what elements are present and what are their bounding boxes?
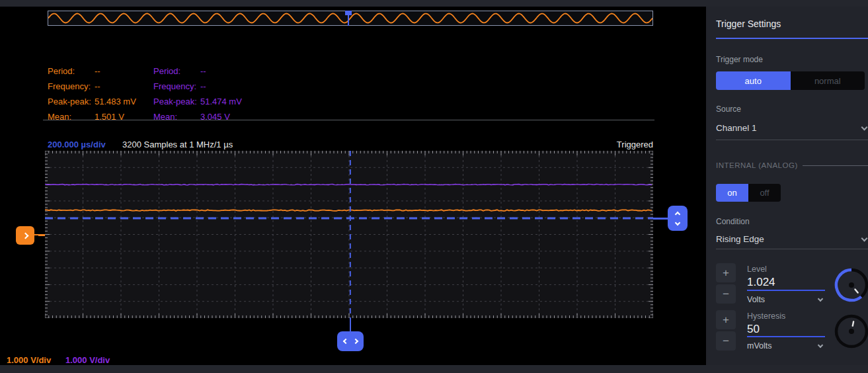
measurement-value: --	[95, 81, 100, 91]
preview-position-handle[interactable]	[345, 11, 352, 15]
trigger-mode-toggle: auto normal	[716, 71, 865, 90]
trigger-mode-auto-button[interactable]: auto	[716, 71, 791, 90]
panel-title: Trigger Settings	[716, 19, 781, 29]
internal-on-button[interactable]: on	[716, 184, 748, 202]
measurement-label: Peak-peak:	[153, 94, 200, 109]
measurement-label: Mean:	[153, 109, 200, 124]
condition-selected-value: Rising Edge	[716, 234, 764, 244]
measurement-row: Frequency:--	[153, 79, 242, 94]
chevron-right-icon	[352, 339, 358, 344]
measurement-value: 51.483 mV	[95, 97, 136, 106]
window-top-strip	[0, 0, 868, 7]
chevron-down-icon	[861, 124, 868, 130]
section-header-rule	[803, 165, 868, 166]
measurement-row: Frequency:--	[48, 79, 136, 94]
level-decrement-button[interactable]: −	[716, 284, 736, 304]
trigger-settings-panel: Trigger Settings Trigger mode auto norma…	[706, 7, 868, 365]
hysteresis-decrement-button[interactable]: −	[716, 331, 736, 351]
plot-canvas	[45, 151, 653, 318]
measurement-value: 51.474 mV	[200, 97, 242, 106]
panel-title-underline	[716, 38, 868, 39]
measurement-value: --	[95, 66, 100, 76]
hysteresis-increment-button[interactable]: +	[716, 310, 736, 329]
hysteresis-value-input[interactable]: 50	[747, 323, 760, 336]
measurement-value: --	[200, 81, 206, 91]
level-unit-value: Volts	[747, 295, 765, 304]
internal-off-button[interactable]: off	[748, 184, 781, 202]
internal-analog-section: INTERNAL (ANALOG)	[716, 161, 868, 169]
hysteresis-label: Hysteresis	[747, 311, 785, 321]
chevron-right-icon	[22, 232, 28, 239]
measurement-label: Period:	[48, 63, 95, 79]
source-label: Source	[716, 104, 741, 114]
chevron-up-icon	[675, 211, 680, 216]
hysteresis-knob[interactable]	[834, 313, 868, 349]
level-knob[interactable]	[834, 267, 868, 303]
trigger-mode-normal-button[interactable]: normal	[791, 71, 865, 90]
level-value-input[interactable]: 1.024	[747, 276, 775, 289]
channel1-handle-connector	[34, 234, 45, 235]
trigger-position-handle-button[interactable]	[337, 331, 364, 351]
level-increment-button[interactable]: +	[716, 263, 736, 282]
hysteresis-input-underline	[747, 336, 825, 337]
measurement-label: Frequency:	[48, 79, 95, 94]
waveform-plot[interactable]	[45, 151, 653, 318]
measurements-channel2: Period:-- Frequency:-- Peak-peak:51.474 …	[153, 63, 242, 124]
trigger-level-handle-button[interactable]	[668, 206, 688, 231]
trigger-mode-label: Trigger mode	[716, 55, 763, 64]
window-bottom-strip	[0, 365, 868, 373]
level-label: Level	[747, 265, 767, 274]
measurement-row: Period:--	[48, 63, 136, 79]
measurement-label: Peak-peak:	[48, 94, 95, 109]
section-header-label: INTERNAL (ANALOG)	[716, 161, 798, 169]
measurement-row: Mean:1.501 V	[48, 109, 136, 124]
source-select[interactable]: Channel 1	[716, 123, 868, 133]
measurement-row: Peak-peak:51.474 mV	[153, 94, 242, 109]
trigger-level-connector	[653, 218, 668, 220]
level-unit-select[interactable]: Volts	[747, 295, 825, 304]
channel1-scale-label[interactable]: 1.000 V/div	[7, 355, 51, 365]
measurements-channel1: Period:-- Frequency:-- Peak-peak:51.483 …	[48, 63, 136, 124]
channel1-offset-handle-button[interactable]	[16, 226, 34, 245]
chevron-down-icon	[818, 296, 823, 301]
timebase-scale-label[interactable]: 200.000 µs/div	[48, 140, 106, 149]
measurement-label: Mean:	[48, 109, 95, 124]
source-underline	[716, 140, 868, 140]
measurements-separator	[43, 120, 654, 120]
chevron-left-icon	[342, 339, 348, 344]
chevron-down-icon	[818, 342, 823, 347]
level-input-underline	[747, 290, 825, 291]
measurement-value: --	[200, 66, 206, 76]
hysteresis-unit-value: mVolts	[747, 341, 772, 351]
trigger-position-connector	[350, 318, 351, 331]
measurement-row: Mean:3.045 V	[153, 109, 242, 124]
condition-label: Condition	[716, 217, 750, 226]
samples-info-label: 3200 Samples at 1 MHz/1 µs	[122, 140, 233, 149]
condition-underline	[716, 249, 868, 249]
chevron-down-icon	[675, 220, 680, 225]
condition-select[interactable]: Rising Edge	[716, 234, 868, 244]
measurement-label: Frequency:	[153, 79, 200, 94]
internal-on-off-toggle: on off	[716, 184, 781, 202]
measurement-row: Period:--	[153, 63, 242, 79]
source-selected-value: Channel 1	[716, 123, 757, 133]
channel2-scale-label[interactable]: 1.000 V/div	[65, 355, 110, 365]
hysteresis-unit-select[interactable]: mVolts	[747, 341, 825, 351]
trigger-status-label: Triggered	[521, 140, 653, 149]
chevron-down-icon	[861, 235, 868, 241]
measurement-row: Peak-peak:51.483 mV	[48, 94, 136, 109]
measurement-label: Period:	[153, 63, 200, 79]
